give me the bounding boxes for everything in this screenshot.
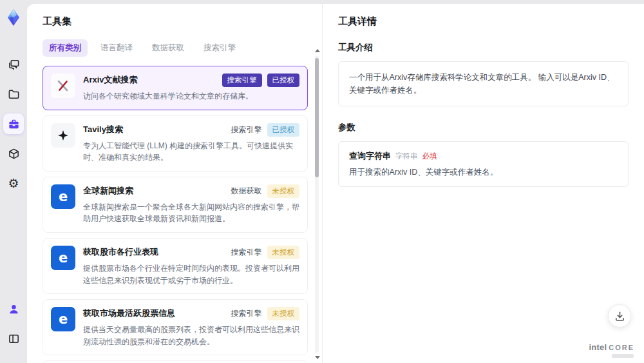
tool-list-panel: 工具集 所有类别 语言翻译 数据获取 搜索引擎 <box>27 4 322 363</box>
tool-description: 专为人工智能代理 (LLM) 构建的搜索引擎工具。可快速提供实时、准确和真实的结… <box>83 140 299 164</box>
param-required-badge: 必填 <box>422 152 437 161</box>
icon-letter: e <box>59 189 68 204</box>
status-badge: 未授权 <box>267 246 300 259</box>
finance-e-icon: e <box>51 184 75 209</box>
tool-name: Arxiv文献搜索 <box>83 74 138 86</box>
tool-name: Tavily搜索 <box>83 123 123 135</box>
list-scrollbar[interactable] <box>314 49 320 359</box>
icon-sidebar: ⚙ <box>0 0 27 363</box>
main-panel: 工具集 所有类别 语言翻译 数据获取 搜索引擎 <box>27 4 644 363</box>
intro-heading: 工具介绍 <box>338 42 629 54</box>
category-tabs: 所有类别 语言翻译 数据获取 搜索引擎 <box>43 39 317 57</box>
tool-intro-box: 一个用于从Arxiv存储库搜索科学论文和文章的工具。 输入可以是Arxiv ID… <box>338 61 629 106</box>
category-label: 搜索引擎 <box>231 308 262 319</box>
finance-e-icon: e <box>51 246 75 270</box>
param-type: 字符串 <box>395 152 418 161</box>
page-title: 工具集 <box>43 15 317 28</box>
category-label: 数据获取 <box>231 186 262 197</box>
tab-data-fetch[interactable]: 数据获取 <box>146 39 191 57</box>
arxiv-icon <box>51 74 75 98</box>
brand-intel-label: intel <box>589 342 607 352</box>
tool-list: Arxiv文献搜索 搜索引擎 已授权 访问各个研究领域大量科学论文和文章的存储库… <box>43 66 317 363</box>
tool-name: 全球新闻搜索 <box>83 184 133 197</box>
sidebar-item-packages[interactable] <box>3 143 24 164</box>
status-badge: 未授权 <box>267 184 300 198</box>
tool-description: 提供股票市场各个行业在特定时间段内的表现。投资者可以利用这些信息来识别表现优于或… <box>83 262 299 286</box>
icon-letter: e <box>59 311 68 327</box>
tool-description: 访问各个研究领域大量科学论文和文章的存储库。 <box>83 90 299 103</box>
sparkle-icon <box>51 123 75 148</box>
user-icon <box>8 303 20 315</box>
gem-logo-icon <box>4 8 23 27</box>
detail-title: 工具详情 <box>338 15 629 28</box>
status-badge: 未授权 <box>267 307 300 320</box>
tool-name: 获取股市各行业表现 <box>83 246 158 258</box>
download-icon <box>614 311 625 322</box>
tab-all-categories[interactable]: 所有类别 <box>43 39 88 57</box>
tool-card-regional-news[interactable]: 万维地区新闻查询 搜索引擎 未授权 查询具体行政区划内的新闻，快速了解各地新闻动 <box>43 360 308 363</box>
intel-core-logo: intel CORE <box>589 342 634 352</box>
chat-icon <box>8 59 20 71</box>
sidebar-item-settings[interactable]: ⚙ <box>3 173 24 193</box>
toolbox-icon <box>8 118 20 130</box>
sidebar-item-chat[interactable] <box>3 54 24 75</box>
scrollbar-down-arrow-icon[interactable] <box>315 356 320 359</box>
folder-icon <box>8 88 20 101</box>
tool-description: 提供当天交易量最高的股票列表，投资者可以利用这些信息来识别流动性强的股票和潜在的… <box>83 324 299 348</box>
status-badge: 已授权 <box>267 74 300 87</box>
param-description: 用于搜索的Arxiv ID、关键字或作者姓名。 <box>349 167 618 178</box>
tool-card-global-news[interactable]: e 全球新闻搜索 数据获取 未授权 全球新闻搜索是一个聚合全球各大新闻网站内容的… <box>43 177 308 233</box>
parameter-box: 查询字符串 字符串 必填 用于搜索的Arxiv ID、关键字或作者姓名。 <box>338 141 629 187</box>
sidebar-item-tools[interactable] <box>3 113 24 134</box>
tool-card-sector-performance[interactable]: e 获取股市各行业表现 搜索引擎 未授权 提供股票市场各个行业在特定时间段内的表… <box>43 238 308 294</box>
tool-card-arxiv[interactable]: Arxiv文献搜索 搜索引擎 已授权 访问各个研究领域大量科学论文和文章的存储库… <box>43 66 308 110</box>
category-label: 搜索引擎 <box>231 124 262 135</box>
icon-letter: e <box>59 250 68 266</box>
app-window: ⚙ 工具集 所有类别 语言翻译 <box>0 0 644 363</box>
sidebar-item-profile[interactable] <box>3 299 24 319</box>
brand-subtext-decoration <box>612 354 634 358</box>
tool-detail-panel: 工具详情 工具介绍 一个用于从Arxiv存储库搜索科学论文和文章的工具。 输入可… <box>322 4 644 363</box>
scrollbar-up-arrow-icon[interactable] <box>315 49 320 52</box>
tool-card-most-active-stocks[interactable]: e 获取市场最活跃股票信息 搜索引擎 未授权 提供当天交易量最高的股票列表，投资… <box>43 299 308 355</box>
status-badge: 已授权 <box>267 123 300 137</box>
panel-toggle-icon <box>8 333 20 345</box>
app-logo[interactable] <box>3 6 24 28</box>
tool-description: 全球新闻搜索是一个聚合全球各大新闻网站内容的搜索引擎，帮助用户快速获取全球最新资… <box>83 201 299 225</box>
gear-icon: ⚙ <box>8 177 19 190</box>
finance-e-icon: e <box>51 307 75 331</box>
category-label: 搜索引擎 <box>231 247 262 258</box>
cube-icon <box>8 148 20 160</box>
sidebar-item-panel-toggle[interactable] <box>3 328 24 349</box>
brand-core-label: CORE <box>609 344 634 351</box>
category-badge: 搜索引擎 <box>222 74 262 87</box>
download-button[interactable] <box>608 304 631 328</box>
tool-card-tavily[interactable]: Tavily搜索 搜索引擎 已授权 专为人工智能代理 (LLM) 构建的搜索引擎… <box>43 115 308 172</box>
sidebar-item-files[interactable] <box>3 84 24 104</box>
scrollbar-thumb[interactable] <box>315 58 319 177</box>
tab-translation[interactable]: 语言翻译 <box>94 39 139 57</box>
tab-search-engine[interactable]: 搜索引擎 <box>197 39 242 57</box>
param-name: 查询字符串 <box>349 150 391 162</box>
params-heading: 参数 <box>338 122 629 133</box>
tool-name: 获取市场最活跃股票信息 <box>83 307 175 319</box>
